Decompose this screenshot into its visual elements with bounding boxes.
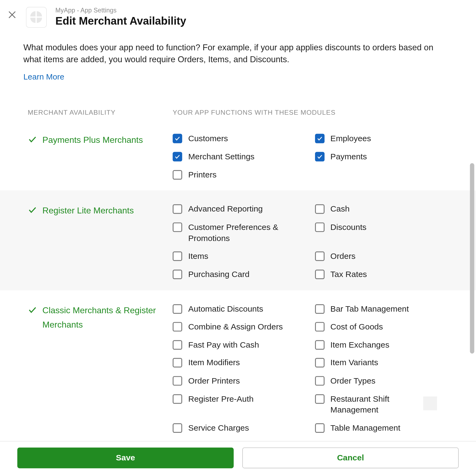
learn-more-link[interactable]: Learn More: [23, 72, 64, 82]
cancel-button[interactable]: Cancel: [242, 447, 459, 468]
module-label: Automatic Discounts: [188, 303, 263, 314]
module-checkbox[interactable]: [173, 340, 182, 349]
merchant-tier: Classic Merchants & Register Merchants: [28, 303, 173, 441]
module-grid: Automatic DiscountsBar Tab ManagementCom…: [173, 303, 452, 441]
module-checkbox[interactable]: [315, 340, 324, 349]
module-item: Combine & Assign Orders: [173, 321, 310, 332]
module-checkbox[interactable]: [173, 170, 182, 179]
scrollbar-thumb[interactable]: [470, 163, 474, 354]
module-label: Bar Tab Management: [330, 303, 409, 314]
module-item: Table Management: [315, 423, 453, 434]
check-icon: [28, 205, 37, 217]
module-label: Restaurant Shift Management: [330, 393, 439, 415]
module-checkbox[interactable]: [173, 152, 182, 161]
module-label: Payments: [330, 151, 367, 162]
module-checkbox[interactable]: [173, 222, 182, 232]
module-label: Order Printers: [188, 375, 240, 386]
module-checkbox[interactable]: [173, 423, 182, 433]
merchant-tier-label: Register Lite Merchants: [42, 203, 134, 218]
merchant-tier: Register Lite Merchants: [28, 203, 173, 280]
intro-text: What modules does your app need to funct…: [23, 42, 452, 66]
module-label: Order Types: [330, 375, 376, 386]
module-item: Employees: [315, 133, 453, 144]
module-label: Register Pre-Auth: [188, 393, 254, 404]
corner-widget: [423, 396, 437, 410]
module-item: Customers: [173, 133, 310, 144]
app-icon: [26, 7, 47, 28]
module-item: Printers: [173, 169, 310, 180]
module-grid: CustomersEmployeesMerchant SettingsPayme…: [173, 133, 452, 180]
module-item: Automatic Discounts: [173, 303, 310, 314]
module-checkbox[interactable]: [315, 222, 324, 232]
section-register-lite: Register Lite MerchantsAdvanced Reportin…: [0, 190, 476, 290]
module-checkbox[interactable]: [315, 204, 324, 214]
module-grid: Advanced ReportingCashCustomer Preferenc…: [173, 203, 452, 280]
column-header-merchant: MERCHANT AVAILABILITY: [28, 109, 173, 117]
section-payments-plus: Payments Plus MerchantsCustomersEmployee…: [0, 120, 476, 191]
module-checkbox[interactable]: [315, 394, 324, 404]
module-checkbox[interactable]: [173, 304, 182, 314]
module-label: Merchant Settings: [188, 151, 254, 162]
module-checkbox[interactable]: [173, 204, 182, 214]
module-checkbox[interactable]: [315, 152, 324, 161]
module-label: Item Exchanges: [330, 339, 389, 350]
module-checkbox[interactable]: [173, 270, 182, 279]
module-label: Printers: [188, 169, 217, 180]
module-checkbox[interactable]: [315, 376, 324, 386]
module-checkbox[interactable]: [173, 358, 182, 368]
module-item: Merchant Settings: [173, 151, 310, 162]
module-checkbox[interactable]: [315, 252, 324, 261]
module-item: Purchasing Card: [173, 269, 310, 280]
save-button[interactable]: Save: [17, 447, 234, 468]
module-label: Cost of Goods: [330, 321, 383, 332]
module-checkbox[interactable]: [315, 134, 324, 143]
module-checkbox[interactable]: [315, 304, 324, 314]
module-checkbox[interactable]: [315, 423, 324, 433]
module-item: Fast Pay with Cash: [173, 339, 310, 350]
breadcrumb: MyApp - App Settings: [55, 7, 186, 14]
module-checkbox[interactable]: [173, 322, 182, 332]
module-checkbox[interactable]: [315, 322, 324, 332]
module-item: Order Types: [315, 375, 453, 386]
module-item: Cash: [315, 203, 453, 215]
section-classic-register: Classic Merchants & Register MerchantsAu…: [0, 290, 476, 441]
check-icon: [28, 135, 37, 146]
module-checkbox[interactable]: [173, 394, 182, 404]
module-label: Fast Pay with Cash: [188, 339, 259, 350]
module-label: Table Management: [330, 423, 401, 434]
module-checkbox[interactable]: [315, 270, 324, 279]
column-header-modules: YOUR APP FUNCTIONS WITH THESE MODULES: [173, 109, 452, 117]
module-item: Discounts: [315, 222, 453, 244]
module-label: Item Variants: [330, 357, 378, 368]
module-item: Service Charges: [173, 423, 310, 434]
module-item: Tax Rates: [315, 269, 453, 280]
module-label: Purchasing Card: [188, 269, 249, 280]
module-label: Weigh Per-Unit Items: [188, 440, 266, 441]
check-icon: [28, 305, 37, 316]
module-label: Item Modifiers: [188, 357, 240, 368]
merchant-tier-label: Classic Merchants & Register Merchants: [42, 303, 173, 332]
module-label: Cash: [330, 203, 350, 215]
module-checkbox[interactable]: [173, 252, 182, 261]
merchant-tier: Payments Plus Merchants: [28, 133, 173, 180]
page-title: Edit Merchant Availability: [55, 15, 186, 27]
module-label: Advanced Reporting: [188, 203, 263, 215]
module-checkbox[interactable]: [315, 358, 324, 368]
module-item: Cost of Goods: [315, 321, 453, 332]
module-item: Bar Tab Management: [315, 303, 453, 314]
close-button[interactable]: [4, 7, 20, 23]
module-label: Customers: [188, 133, 228, 144]
module-label: Employees: [330, 133, 371, 144]
module-item: Register Pre-Auth: [173, 393, 310, 415]
module-item: Weigh Per-Unit Items: [173, 440, 310, 441]
module-item: Item Exchanges: [315, 339, 453, 350]
content-scroll[interactable]: Payments Plus MerchantsCustomersEmployee…: [0, 120, 476, 441]
module-checkbox[interactable]: [173, 134, 182, 143]
module-label: Customer Preferences & Promotions: [188, 222, 296, 244]
module-item: Orders: [315, 251, 453, 262]
module-item: Customer Preferences & Promotions: [173, 222, 310, 244]
module-item: Payments: [315, 151, 453, 162]
module-item: Order Printers: [173, 375, 310, 386]
module-checkbox[interactable]: [173, 376, 182, 386]
module-label: Items: [188, 251, 208, 262]
